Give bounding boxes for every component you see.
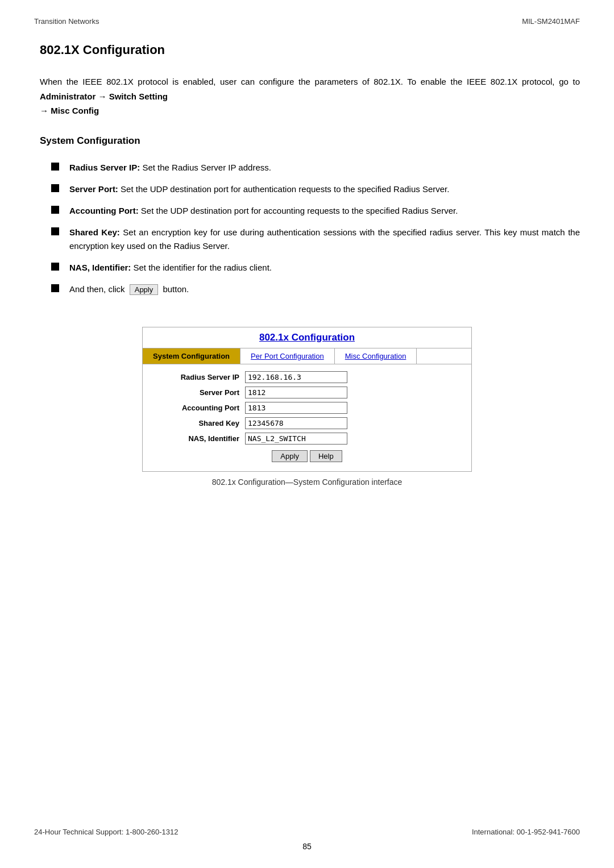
intro-bold3: Misc Config: [51, 106, 99, 115]
form-label-nas-identifier: NAS, Identifier: [154, 434, 239, 443]
widget-buttons: Apply Help: [154, 450, 460, 462]
widget-container: 802.1x Configuration System Configuratio…: [142, 327, 472, 472]
tab-system-configuration[interactable]: System Configuration: [143, 348, 240, 364]
widget-help-button[interactable]: Help: [310, 450, 342, 462]
tab-misc-configuration[interactable]: Misc Configuration: [335, 348, 417, 364]
form-row-server-port: Server Port: [154, 387, 460, 398]
last-bullet-after: button.: [160, 284, 189, 294]
bullet-text: Set the UDP destination port for account…: [139, 206, 458, 215]
bullet-icon: [51, 184, 59, 192]
form-row-accounting-port: Accounting Port: [154, 402, 460, 414]
header-left: Transition Networks: [34, 17, 99, 26]
bullet-text: Set an encryption key for use during aut…: [69, 227, 580, 251]
form-input-server-port[interactable]: [245, 387, 347, 398]
intro-bold2: Switch Setting: [109, 92, 168, 101]
bullet-bold: Shared Key:: [69, 227, 120, 237]
list-item: NAS, Identifier: Set the identifier for …: [51, 261, 580, 275]
form-label-shared-key: Shared Key: [154, 419, 239, 427]
widget-tabs: System Configuration Per Port Configurat…: [143, 348, 471, 364]
intro-arrow1: →: [96, 92, 109, 101]
bullet-icon: [51, 284, 59, 292]
intro-arrow2: →: [40, 106, 51, 115]
bullet-list: Radius Server IP: Set the Radius Server …: [34, 161, 580, 304]
form-row-radius-ip: Radius Server IP: [154, 371, 460, 383]
form-input-accounting-port[interactable]: [245, 402, 347, 414]
footer-right: International: 00-1-952-941-7600: [472, 828, 580, 836]
list-item: Accounting Port: Set the UDP destination…: [51, 204, 580, 218]
form-label-radius-ip: Radius Server IP: [154, 373, 239, 381]
bullet-text: Set the Radius Server IP address.: [140, 163, 271, 172]
bullet-icon: [51, 163, 59, 171]
bullet-bold: NAS, Identifier:: [69, 263, 131, 272]
form-input-shared-key[interactable]: [245, 417, 347, 429]
header-right: MIL-SM2401MAF: [522, 17, 580, 26]
bullet-icon: [51, 227, 59, 235]
intro-text-before: When the IEEE 802.1X protocol is enabled…: [40, 77, 580, 86]
last-bullet-before: And then, click: [69, 284, 127, 294]
bullet-text: Set the UDP destination port for authent…: [118, 184, 450, 194]
widget-title: 802.1x Configuration: [143, 327, 471, 348]
footer-left: 24-Hour Technical Support: 1-800-260-131…: [34, 828, 178, 836]
form-input-radius-ip[interactable]: [245, 371, 347, 383]
apply-inline-button[interactable]: Apply: [130, 284, 159, 295]
bullet-bold: Accounting Port:: [69, 206, 139, 215]
widget-caption: 802.1x Configuration—System Configuratio…: [34, 477, 580, 487]
intro-bold1: Administrator: [40, 92, 96, 101]
list-item: Radius Server IP: Set the Radius Server …: [51, 161, 580, 175]
form-input-nas-identifier[interactable]: [245, 433, 347, 445]
bullet-bold: Server Port:: [69, 184, 118, 194]
system-config-title: System Configuration: [34, 135, 580, 147]
bullet-icon: [51, 263, 59, 271]
widget-form: Radius Server IP Server Port Accounting …: [143, 364, 471, 471]
bullet-text: Set the identifier for the radius client…: [131, 263, 272, 272]
bullet-icon: [51, 206, 59, 214]
page-number: 85: [34, 842, 580, 851]
form-label-server-port: Server Port: [154, 388, 239, 397]
page-title: 802.1X Configuration: [34, 43, 580, 57]
footer: 24-Hour Technical Support: 1-800-260-131…: [34, 811, 580, 836]
list-item: Shared Key: Set an encryption key for us…: [51, 226, 580, 253]
widget-apply-button[interactable]: Apply: [272, 450, 308, 462]
form-row-nas-identifier: NAS, Identifier: [154, 433, 460, 445]
tab-per-port-configuration[interactable]: Per Port Configuration: [240, 348, 335, 364]
list-item: Server Port: Set the UDP destination por…: [51, 182, 580, 196]
intro-paragraph: When the IEEE 802.1X protocol is enabled…: [34, 74, 580, 118]
bullet-bold: Radius Server IP:: [69, 163, 140, 172]
list-item-apply: And then, click Apply button.: [51, 283, 580, 296]
form-label-accounting-port: Accounting Port: [154, 404, 239, 412]
form-row-shared-key: Shared Key: [154, 417, 460, 429]
